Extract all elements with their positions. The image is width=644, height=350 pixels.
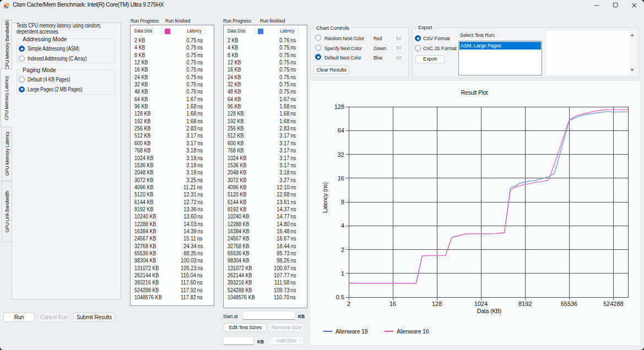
- svg-text:32: 32: [338, 151, 344, 158]
- svg-text:Result Plot: Result Plot: [461, 89, 488, 96]
- svg-text:2: 2: [347, 300, 350, 307]
- svg-text:1: 1: [341, 270, 344, 277]
- svg-text:Alienware 18: Alienware 18: [335, 328, 368, 335]
- svg-text:8: 8: [341, 199, 344, 205]
- svg-text:524288: 524288: [603, 300, 624, 307]
- svg-text:Data (KB): Data (KB): [477, 308, 501, 314]
- svg-text:65536: 65536: [561, 300, 578, 307]
- svg-text:16: 16: [338, 175, 344, 182]
- svg-text:128: 128: [432, 300, 442, 307]
- svg-text:128: 128: [334, 103, 344, 110]
- svg-text:4: 4: [341, 222, 344, 229]
- svg-text:Alienware 16: Alienware 16: [397, 328, 429, 335]
- svg-text:16: 16: [389, 300, 396, 307]
- svg-text:0.5: 0.5: [336, 294, 344, 300]
- svg-text:1024: 1024: [474, 300, 488, 307]
- svg-text:64: 64: [338, 127, 344, 134]
- svg-text:8192: 8192: [518, 300, 532, 307]
- svg-text:2: 2: [341, 247, 344, 253]
- svg-text:Latency (ns): Latency (ns): [322, 182, 328, 212]
